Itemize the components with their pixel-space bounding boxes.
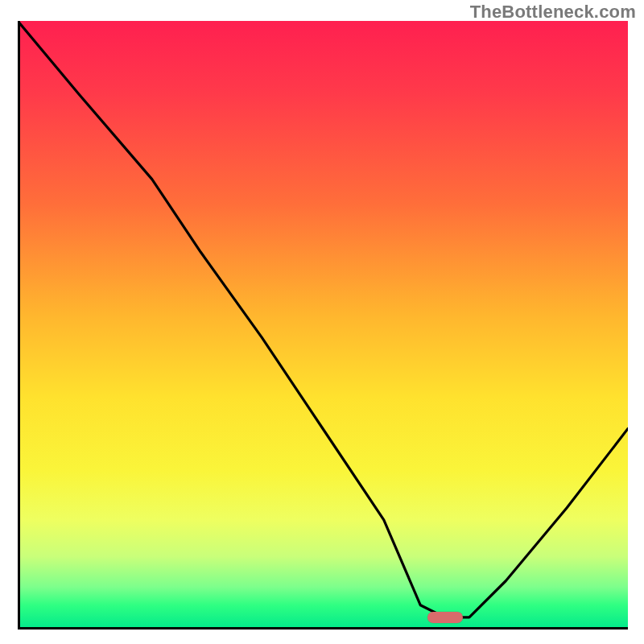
plot-area [18,21,628,630]
bottleneck-curve [18,21,628,630]
optimum-marker [427,612,463,623]
chart-canvas: TheBottleneck.com [0,0,644,644]
y-axis [18,21,20,630]
x-axis [18,627,628,630]
watermark-text: TheBottleneck.com [470,2,636,23]
